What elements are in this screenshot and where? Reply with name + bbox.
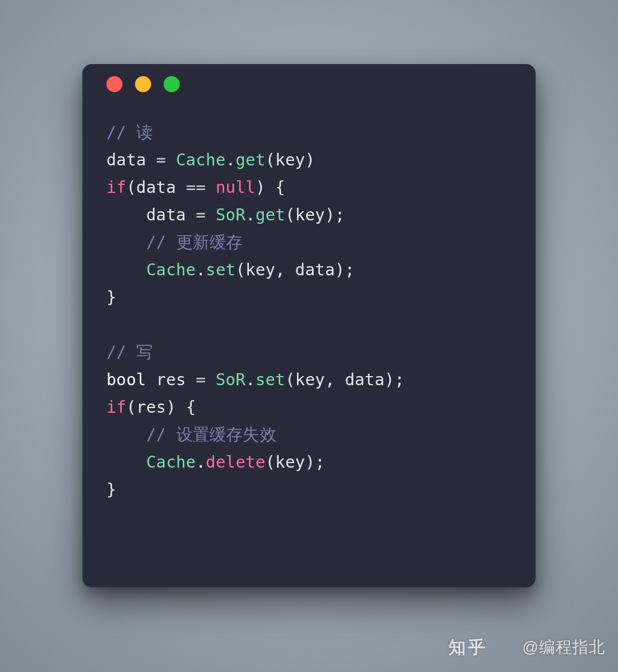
code-token: if [106,398,126,417]
code-token: ( [126,398,136,417]
code-token: // 读 [106,123,153,142]
code-token: set [206,260,236,279]
code-token: // 设置缓存失效 [146,425,276,444]
code-line: bool res = SoR.set(key, data); [106,366,512,394]
code-line: } [106,284,512,311]
code-token: ); [325,205,345,224]
code-token: // 写 [106,343,153,362]
code-token: SoR [216,370,245,389]
code-token: ) [255,178,275,197]
code-token: set [255,370,285,389]
code-token: = [196,205,216,224]
code-token: key [275,453,305,472]
code-token: Cache [176,151,226,169]
code-token: get [255,205,285,224]
window-titlebar [82,64,536,104]
code-token: == [186,178,216,197]
code-window: // 读data = Cache.get(key)if(data == null… [82,64,536,587]
code-line: if(data == null) { [106,174,512,201]
code-line: // 写 [106,339,512,366]
code-token: // 更新缓存 [146,233,243,252]
code-line: if(res) { [106,394,512,421]
code-token: ( [126,178,136,197]
code-line: data = SoR.get(key); [106,201,512,229]
code-token: { [275,178,285,197]
code-token: data [345,370,385,389]
code-token: key [275,151,305,169]
code-token: } [106,480,116,499]
code-token: . [245,370,255,389]
code-token: key [295,370,325,389]
code-token: SoR [216,205,245,224]
code-line: Cache.delete(key); [106,449,512,476]
code-token: ( [266,151,275,169]
minimize-icon[interactable] [135,76,151,92]
code-token: , [275,260,295,279]
code-token: . [196,453,205,472]
code-line: // 更新缓存 [106,229,512,256]
code-token: res [156,370,196,389]
code-token: ); [335,260,355,279]
code-line: // 设置缓存失效 [106,421,512,449]
code-line: // 读 [106,119,512,147]
code-token: ) [305,151,315,169]
code-token: data [106,151,156,169]
code-token: , [325,370,345,389]
code-line: Cache.set(key, data); [106,256,512,284]
maximize-icon[interactable] [164,76,180,92]
code-token: . [245,205,255,224]
code-token: ( [285,205,295,224]
code-token: if [106,178,126,197]
code-token: ( [266,453,275,472]
code-block: // 读data = Cache.get(key)if(data == null… [82,104,536,504]
code-token: data [146,205,196,224]
code-token: ( [285,370,295,389]
code-line [106,311,512,339]
code-token: Cache [146,260,196,279]
code-token: key [245,260,275,279]
code-token: Cache [146,453,196,472]
code-token: get [236,151,266,169]
code-token: ) [166,398,186,417]
watermark-logo: 知乎 [449,636,488,659]
code-token: key [295,205,325,224]
code-token: data [295,260,335,279]
code-line: } [106,476,512,504]
code-token: } [106,288,116,307]
watermark-text: @编程指北 [522,637,605,658]
code-token: . [196,260,205,279]
code-token: delete [206,453,266,472]
code-token: ); [385,370,405,389]
code-token: { [186,398,196,417]
code-token: = [156,151,176,169]
code-line: data = Cache.get(key) [106,147,512,174]
close-icon[interactable] [106,76,122,92]
code-token: data [136,178,186,197]
code-token: null [216,178,255,197]
code-token: res [136,398,166,417]
code-token: ( [236,260,245,279]
code-token: = [196,370,216,389]
code-token: . [225,151,235,169]
code-token: ); [305,453,325,472]
code-token: bool [106,370,156,389]
